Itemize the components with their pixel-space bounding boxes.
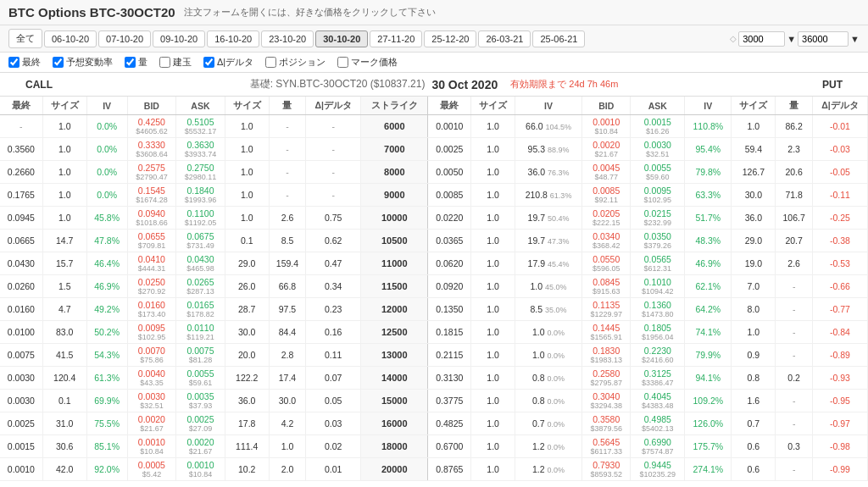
call-last[interactable]: 0.0030	[0, 390, 42, 412]
call-ask[interactable]: 0.0430$465.98	[176, 252, 225, 275]
tab-07-10-20[interactable]: 07-10-20	[98, 30, 151, 47]
put-bid[interactable]: 0.0020$21.67	[581, 138, 631, 161]
call-bid[interactable]: 0.3330$3608.64	[127, 138, 176, 161]
call-ask[interactable]: 0.0675$731.49	[176, 230, 225, 252]
tab-30-10-20[interactable]: 30-10-20	[315, 30, 368, 47]
filter-qty[interactable]: 量	[125, 56, 147, 69]
filter-position2[interactable]: ポジション	[265, 56, 326, 69]
put-last[interactable]: 0.0365	[428, 230, 471, 252]
price-min-input[interactable]	[738, 31, 785, 47]
call-bid[interactable]: 0.1545$1674.28	[127, 184, 176, 207]
call-ask[interactable]: 0.2750$2980.11	[176, 161, 225, 184]
put-last[interactable]: 0.0620	[428, 252, 471, 275]
call-ask[interactable]: 0.0025$27.09	[176, 412, 225, 435]
put-last[interactable]: 0.4825	[428, 412, 471, 435]
put-ask[interactable]: 0.0055$59.60	[631, 161, 685, 184]
put-last[interactable]: 0.0920	[428, 275, 471, 298]
call-ask[interactable]: 0.3630$3933.74	[176, 138, 225, 161]
call-last[interactable]: 0.0030	[0, 367, 42, 390]
put-bid[interactable]: 0.7930$8593.52	[581, 458, 631, 481]
put-ask[interactable]: 0.4045$4383.48	[631, 390, 685, 412]
put-ask[interactable]: 0.0350$379.26	[631, 230, 685, 252]
call-last[interactable]: 0.0430	[0, 252, 42, 275]
put-ask[interactable]: 0.0095$102.95	[631, 184, 685, 207]
tab-all[interactable]: 全て	[8, 29, 42, 48]
put-last[interactable]: 0.0025	[428, 138, 471, 161]
call-last[interactable]: 0.0010	[0, 458, 42, 481]
call-bid[interactable]: 0.0940$1018.66	[127, 207, 176, 230]
put-last[interactable]: 0.0085	[428, 184, 471, 207]
call-bid[interactable]: 0.0410$444.31	[127, 252, 176, 275]
put-bid[interactable]: 0.0845$915.63	[581, 275, 631, 298]
call-bid[interactable]: 0.0095$102.95	[127, 321, 176, 344]
filter-delta[interactable]: Δ|デルタ	[203, 56, 253, 69]
call-last[interactable]: 0.0945	[0, 207, 42, 230]
filter-positions[interactable]: 建玉	[159, 56, 192, 69]
call-ask[interactable]: 0.0165$178.82	[176, 298, 225, 321]
put-bid[interactable]: 0.5645$6117.33	[581, 435, 631, 458]
filter-iv[interactable]: 予想変動率	[53, 56, 113, 69]
call-last[interactable]: 0.0015	[0, 435, 42, 458]
put-bid[interactable]: 0.3040$3294.38	[581, 390, 631, 412]
call-ask[interactable]: 0.0055$59.61	[176, 367, 225, 390]
tab-23-10-20[interactable]: 23-10-20	[261, 30, 314, 47]
call-last[interactable]: 0.0260	[0, 275, 42, 298]
put-ask[interactable]: 0.1010$1094.42	[631, 275, 685, 298]
call-last[interactable]: 0.0160	[0, 298, 42, 321]
put-bid[interactable]: 0.0205$222.15	[581, 207, 631, 230]
call-last[interactable]: 0.0075	[0, 344, 42, 367]
put-bid[interactable]: 0.0010$10.84	[581, 115, 631, 138]
tab-09-10-20[interactable]: 09-10-20	[153, 30, 205, 47]
put-last[interactable]: 0.0010	[428, 115, 471, 138]
put-ask[interactable]: 0.0215$232.99	[631, 207, 685, 230]
put-last[interactable]: 0.1815	[428, 321, 471, 344]
call-last[interactable]: -	[0, 115, 42, 138]
put-ask[interactable]: 0.1805$1956.04	[631, 321, 685, 344]
put-bid[interactable]: 0.2580$2795.87	[581, 367, 631, 390]
price-max-input[interactable]	[798, 31, 849, 47]
put-last[interactable]: 0.0220	[428, 207, 471, 230]
call-bid[interactable]: 0.0250$270.92	[127, 275, 176, 298]
call-bid[interactable]: 0.0070$75.86	[127, 344, 176, 367]
put-last[interactable]: 0.8765	[428, 458, 471, 481]
put-bid[interactable]: 0.0550$596.05	[581, 252, 631, 275]
call-bid[interactable]: 0.0040$43.35	[127, 367, 176, 390]
put-ask[interactable]: 0.2230$2416.60	[631, 344, 685, 367]
tab-06-10-20[interactable]: 06-10-20	[44, 30, 97, 47]
call-bid[interactable]: 0.0005$5.42	[127, 458, 176, 481]
put-last[interactable]: 0.2115	[428, 344, 471, 367]
call-ask[interactable]: 0.0110$119.21	[176, 321, 225, 344]
call-ask[interactable]: 0.0265$287.13	[176, 275, 225, 298]
put-last[interactable]: 0.3130	[428, 367, 471, 390]
put-ask[interactable]: 0.1360$1473.80	[631, 298, 685, 321]
call-ask[interactable]: 0.1100$1192.05	[176, 207, 225, 230]
call-ask[interactable]: 0.0035$37.93	[176, 390, 225, 412]
put-bid[interactable]: 0.0045$48.77	[581, 161, 631, 184]
call-ask[interactable]: 0.0010$10.84	[176, 458, 225, 481]
call-ask[interactable]: 0.0075$81.28	[176, 344, 225, 367]
put-bid[interactable]: 0.0340$368.42	[581, 230, 631, 252]
call-last[interactable]: 0.0665	[0, 230, 42, 252]
put-bid[interactable]: 0.0085$92.11	[581, 184, 631, 207]
put-ask[interactable]: 0.0565$612.31	[631, 252, 685, 275]
call-last[interactable]: 0.1765	[0, 184, 42, 207]
call-bid[interactable]: 0.0655$709.81	[127, 230, 176, 252]
call-last[interactable]: 0.2660	[0, 161, 42, 184]
put-last[interactable]: 0.1350	[428, 298, 471, 321]
put-ask[interactable]: 0.0015$16.26	[631, 115, 685, 138]
put-ask[interactable]: 0.0030$32.51	[631, 138, 685, 161]
put-ask[interactable]: 0.9445$10235.29	[631, 458, 685, 481]
call-bid[interactable]: 0.2575$2790.47	[127, 161, 176, 184]
tab-16-10-20[interactable]: 16-10-20	[207, 30, 259, 47]
call-bid[interactable]: 0.0030$32.51	[127, 390, 176, 412]
put-ask[interactable]: 0.3125$3386.47	[631, 367, 685, 390]
call-ask[interactable]: 0.0020$21.67	[176, 435, 225, 458]
call-last[interactable]: 0.3560	[0, 138, 42, 161]
put-last[interactable]: 0.0050	[428, 161, 471, 184]
filter-mark[interactable]: マーク価格	[337, 56, 398, 69]
call-bid[interactable]: 0.4250$4605.62	[127, 115, 176, 138]
call-ask[interactable]: 0.5105$5532.17	[176, 115, 225, 138]
tab-25-06-21[interactable]: 25-06-21	[532, 30, 585, 47]
put-last[interactable]: 0.6700	[428, 435, 471, 458]
put-bid[interactable]: 0.1135$1229.97	[581, 298, 631, 321]
